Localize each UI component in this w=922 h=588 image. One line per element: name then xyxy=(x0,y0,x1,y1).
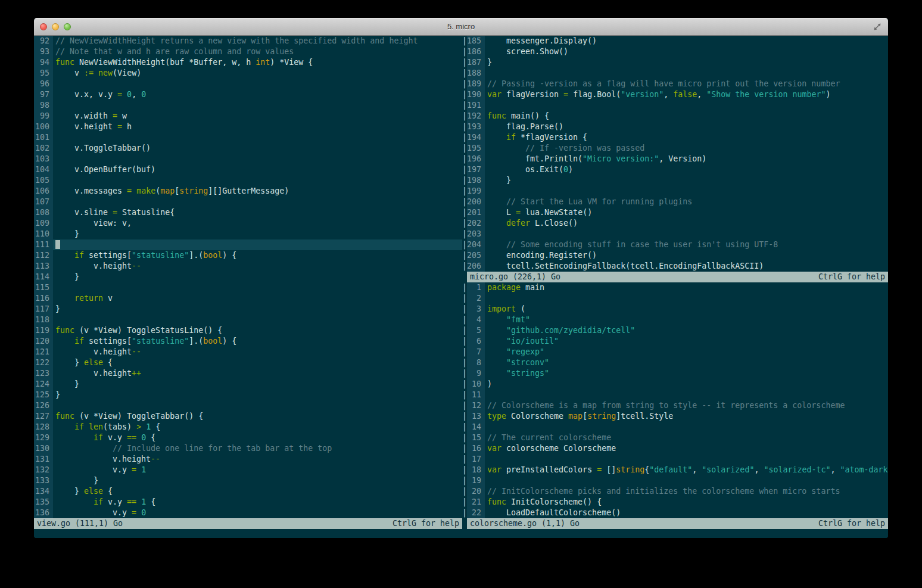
code-line[interactable]: 19 xyxy=(467,475,888,486)
code-line[interactable]: 96 xyxy=(34,79,462,89)
code-line[interactable]: 193 flag.Parse() xyxy=(467,122,888,132)
code-line[interactable]: 1package main xyxy=(467,282,888,293)
code-line[interactable]: 134 } else { xyxy=(34,486,462,497)
code-line[interactable]: 119func (v *View) ToggleStatusLine() { xyxy=(34,325,462,336)
code-line[interactable]: 187} xyxy=(467,57,888,68)
code-line[interactable]: 92// NewViewWidthHeight returns a new vi… xyxy=(34,36,462,46)
code-line[interactable]: 128 if len(tabs) > 1 { xyxy=(34,422,462,433)
code-line[interactable]: 102 v.ToggleTabbar() xyxy=(34,143,462,154)
code-line[interactable]: 6 "io/ioutil" xyxy=(467,336,888,347)
code-line[interactable]: 200 // Start the Lua VM for running plug… xyxy=(467,197,888,207)
code-line[interactable]: 122 } else { xyxy=(34,357,462,368)
code-line[interactable]: 125} xyxy=(34,390,462,400)
pane-micro-go[interactable]: 185 messenger.Display()186 screen.Show()… xyxy=(467,36,888,272)
code-line[interactable]: 199 xyxy=(467,186,888,197)
minimize-button[interactable] xyxy=(52,23,59,30)
code-line[interactable]: 4 "fmt" xyxy=(467,315,888,325)
code-line[interactable]: 11 xyxy=(467,390,888,400)
code-line[interactable]: 14 xyxy=(467,422,888,433)
code-line[interactable]: 130 // Include one line for the tab bar … xyxy=(34,443,462,454)
code-line[interactable]: 21func InitColorscheme() { xyxy=(467,497,888,508)
code-line[interactable]: 117} xyxy=(34,304,462,315)
code-line[interactable]: 2 xyxy=(467,293,888,304)
pane-colorscheme-go[interactable]: 1package main23import (4 "fmt"5 "github.… xyxy=(467,282,888,518)
code-line[interactable]: 109 view: v, xyxy=(34,218,462,229)
code-line[interactable]: 12// Colorscheme is a map from string to… xyxy=(467,400,888,411)
code-line[interactable]: 93// Note that w and h are raw column an… xyxy=(34,46,462,57)
code-line[interactable]: 5 "github.com/zyedidia/tcell" xyxy=(467,325,888,336)
code-line[interactable]: 13type Colorscheme map[string]tcell.Styl… xyxy=(467,411,888,422)
code-line[interactable]: 198 } xyxy=(467,175,888,186)
code-line[interactable]: 110 } xyxy=(34,229,462,239)
pane-view-go[interactable]: 92// NewViewWidthHeight returns a new vi… xyxy=(34,36,462,518)
code-line[interactable]: 97 v.x, v.y = 0, 0 xyxy=(34,89,462,100)
code-line[interactable]: 116 return v xyxy=(34,293,462,304)
code-line[interactable]: 203 xyxy=(467,229,888,239)
command-line[interactable] xyxy=(34,529,888,538)
code-line[interactable]: 189// Passing -version as a flag will ha… xyxy=(467,79,888,89)
code-line[interactable]: 15// The current colorscheme xyxy=(467,433,888,443)
code-token: InitColorscheme() { xyxy=(506,497,602,506)
code-line[interactable]: 20// InitColorscheme picks and initializ… xyxy=(467,486,888,497)
code-line[interactable]: 18var preInstalledColors = []string{"def… xyxy=(467,465,888,475)
code-line[interactable]: 132 v.y = 1 xyxy=(34,465,462,475)
code-line[interactable]: 127func (v *View) ToggleTabbar() { xyxy=(34,411,462,422)
code-line[interactable]: 105 xyxy=(34,175,462,186)
code-line[interactable]: 114 } xyxy=(34,272,462,282)
close-button[interactable] xyxy=(40,23,47,30)
code-line[interactable]: 192func main() { xyxy=(467,111,888,122)
window-titlebar[interactable]: 5. micro xyxy=(34,18,888,36)
code-line[interactable]: 126 xyxy=(34,400,462,411)
code-line[interactable]: 196 fmt.Println("Micro version:", Versio… xyxy=(467,154,888,164)
code-line[interactable]: 106 v.messages = make(map[string][]Gutte… xyxy=(34,186,462,197)
code-line[interactable]: 135 if v.y == 1 { xyxy=(34,497,462,508)
code-line[interactable]: 188 xyxy=(467,68,888,79)
code-line[interactable]: 16var colorscheme Colorscheme xyxy=(467,443,888,454)
code-line[interactable]: 10) xyxy=(467,379,888,390)
zoom-button[interactable] xyxy=(64,23,71,30)
code-line[interactable]: 3import ( xyxy=(467,304,888,315)
code-line[interactable]: 9 "strings" xyxy=(467,368,888,379)
fullscreen-icon[interactable] xyxy=(873,22,882,32)
code-token: } xyxy=(55,229,79,238)
code-line[interactable]: 103 xyxy=(34,154,462,164)
code-line[interactable]: 121 v.height-- xyxy=(34,347,462,357)
code-line[interactable]: 7 "regexp" xyxy=(467,347,888,357)
code-line[interactable]: 129 if v.y == 0 { xyxy=(34,433,462,443)
code-line[interactable]: 197 os.Exit(0) xyxy=(467,164,888,175)
code-line[interactable]: 94func NewViewWidthHeight(buf *Buffer, w… xyxy=(34,57,462,68)
code-line[interactable]: 111 xyxy=(34,239,462,250)
code-line[interactable]: 101 xyxy=(34,132,462,143)
code-line[interactable]: 118 xyxy=(34,315,462,325)
code-line[interactable]: 115 xyxy=(34,282,462,293)
code-line[interactable]: 98 xyxy=(34,100,462,111)
code-line[interactable]: 186 screen.Show() xyxy=(467,46,888,57)
code-line[interactable]: 195 // If -version was passed xyxy=(467,143,888,154)
code-line[interactable]: 206 tcell.SetEncodingFallback(tcell.Enco… xyxy=(467,261,888,272)
code-line[interactable]: 112 if settings["statusline"].(bool) { xyxy=(34,250,462,261)
code-line[interactable]: 8 "strconv" xyxy=(467,357,888,368)
code-line[interactable]: 191 xyxy=(467,100,888,111)
code-line[interactable]: 108 v.sline = Statusline{ xyxy=(34,207,462,218)
code-line[interactable]: 123 v.height++ xyxy=(34,368,462,379)
code-line[interactable]: 95 v := new(View) xyxy=(34,68,462,79)
code-line[interactable]: 17 xyxy=(467,454,888,465)
code-line[interactable]: 104 v.OpenBuffer(buf) xyxy=(34,164,462,175)
code-line[interactable]: 194 if *flagVersion { xyxy=(467,132,888,143)
code-line[interactable]: 100 v.height = h xyxy=(34,122,462,132)
code-line[interactable]: 136 v.y = 0 xyxy=(34,508,462,518)
code-line[interactable]: 107 xyxy=(34,197,462,207)
code-line[interactable]: 22 LoadDefaultColorscheme() xyxy=(467,508,888,518)
code-line[interactable]: 113 v.height-- xyxy=(34,261,462,272)
code-line[interactable]: 131 v.height-- xyxy=(34,454,462,465)
code-line[interactable]: 201 L = lua.NewState() xyxy=(467,207,888,218)
code-line[interactable]: 124 } xyxy=(34,379,462,390)
code-line[interactable]: 133 } xyxy=(34,475,462,486)
code-line[interactable]: 202 defer L.Close() xyxy=(467,218,888,229)
code-line[interactable]: 204 // Some encoding stuff in case the u… xyxy=(467,239,888,250)
code-line[interactable]: 120 if settings["statusline"].(bool) { xyxy=(34,336,462,347)
code-line[interactable]: 190var flagVersion = flag.Bool("version"… xyxy=(467,89,888,100)
code-line[interactable]: 185 messenger.Display() xyxy=(467,36,888,46)
code-line[interactable]: 205 encoding.Register() xyxy=(467,250,888,261)
code-line[interactable]: 99 v.width = w xyxy=(34,111,462,122)
